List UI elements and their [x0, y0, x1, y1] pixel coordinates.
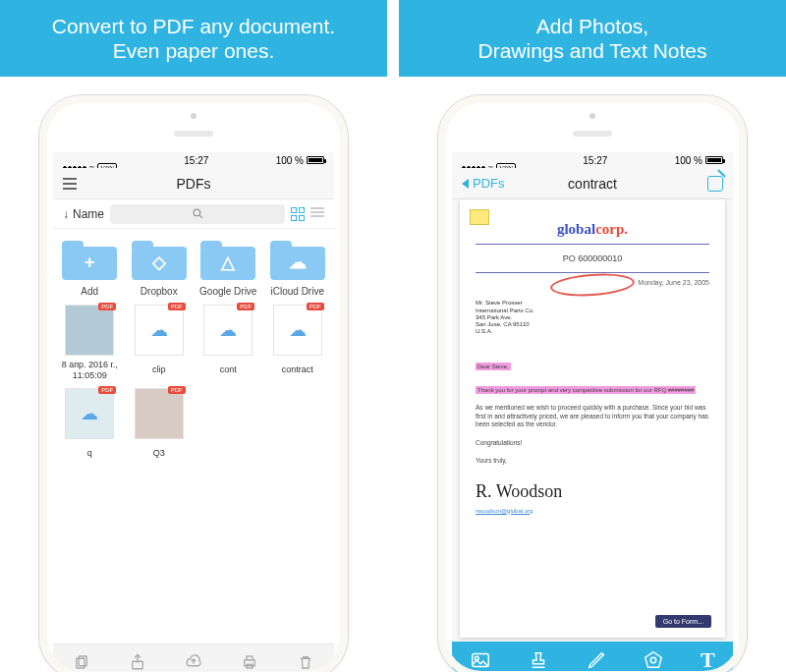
copy-button[interactable]	[69, 651, 94, 672]
sticky-note-icon[interactable]	[470, 209, 489, 225]
cloud-icon: ☁	[289, 252, 307, 274]
edit-button[interactable]	[707, 176, 723, 192]
app-screen-1: ≋ VPN 15:27 100 % PDFs ↓	[53, 152, 334, 672]
svg-rect-3	[79, 656, 86, 666]
svg-line-1	[199, 216, 202, 219]
status-time: 15:27	[583, 155, 607, 166]
compose-icon	[707, 176, 723, 192]
promo-panel-2: Add Photos, Drawings and Text Notes ≋ VP…	[399, 0, 786, 660]
dropbox-icon: ◇	[152, 252, 166, 274]
promo-headline-1: Convert to PDF any document. Even paper …	[0, 0, 387, 77]
sort-toolbar: ↓ Name	[53, 199, 334, 229]
delete-button[interactable]	[293, 651, 318, 672]
svg-rect-2	[76, 658, 84, 668]
draw-button[interactable]	[586, 649, 607, 671]
nav-bar: PDFs contract	[452, 168, 733, 199]
status-time: 15:27	[184, 155, 208, 166]
list-view-button[interactable]	[310, 207, 324, 221]
sort-button[interactable]: ↓ Name	[63, 207, 104, 221]
promo-panel-1: Convert to PDF any document. Even paper …	[0, 0, 387, 660]
file-item[interactable]: PDF☁q	[55, 384, 125, 467]
status-bar: ≋ VPN 15:27 100 %	[452, 152, 733, 168]
cloud-upload-icon	[183, 653, 204, 671]
file-item[interactable]: PDF☁contract	[263, 301, 333, 384]
promo-headline-2: Add Photos, Drawings and Text Notes	[399, 0, 786, 77]
text-icon: T	[701, 647, 715, 672]
back-button[interactable]: PDFs	[462, 176, 505, 191]
share-button[interactable]	[125, 651, 150, 672]
folder-add[interactable]: +Add	[55, 235, 125, 301]
congrats-line: Congratulations!	[476, 439, 709, 447]
svg-rect-6	[247, 656, 253, 660]
folder-dropbox[interactable]: ◇Dropbox	[125, 235, 195, 301]
address-block: Mr. Steve Prosser International Parts Co…	[476, 300, 709, 335]
annotation-toolbar: T	[452, 642, 733, 672]
down-arrow-icon: ↓	[63, 207, 69, 221]
bottom-toolbar	[53, 644, 334, 672]
file-item[interactable]: PDF☁clip	[125, 301, 195, 384]
file-item[interactable]: PDF☁cont	[194, 301, 263, 384]
share-icon	[129, 653, 146, 671]
phone-frame-2: ≋ VPN 15:27 100 % PDFs contract	[437, 94, 748, 672]
add-photo-button[interactable]	[470, 649, 491, 671]
file-item[interactable]: PDFQ3	[125, 384, 195, 467]
text-note-button[interactable]: T	[701, 647, 715, 672]
cloud-button[interactable]	[181, 651, 206, 672]
hamburger-icon	[63, 178, 77, 190]
email-link: rwoodson@global.org	[476, 508, 709, 514]
svg-point-11	[651, 658, 657, 664]
nav-title: PDFs	[53, 176, 334, 192]
shape-icon	[643, 649, 664, 671]
app-screen-2: ≋ VPN 15:27 100 % PDFs contract	[452, 152, 733, 672]
menu-button[interactable]	[63, 178, 77, 190]
file-item[interactable]: PDF8 апр. 2016 г., 11:05:09	[55, 301, 125, 384]
drawing-annotation	[549, 271, 635, 299]
po-number: PO 600000010	[476, 251, 709, 266]
print-button[interactable]	[237, 651, 262, 672]
pencil-icon	[586, 649, 607, 671]
document-logo: globalcorp.	[476, 221, 709, 238]
goto-form-button[interactable]: Go to Form...	[655, 615, 711, 628]
folder-icloud[interactable]: ☁iCloud Drive	[263, 235, 333, 301]
gdrive-icon: △	[221, 252, 235, 274]
copy-icon	[73, 653, 90, 671]
salutation-highlight: Dear Steve,	[476, 363, 511, 370]
chevron-left-icon	[462, 179, 469, 189]
stamp-button[interactable]	[528, 649, 549, 671]
folder-gdrive[interactable]: △Google Drive	[194, 235, 263, 301]
plus-icon: +	[84, 252, 95, 273]
document-view[interactable]: globalcorp. PO 600000010 Monday, June 23…	[460, 199, 725, 638]
shape-button[interactable]	[643, 649, 664, 671]
closing-line: Yours truly,	[476, 457, 709, 465]
grid-view-button[interactable]	[291, 207, 305, 221]
stamp-icon	[528, 649, 549, 671]
svg-point-0	[194, 210, 200, 217]
phone-frame-1: ≋ VPN 15:27 100 % PDFs ↓	[38, 94, 349, 672]
highlight-annotation: Thank you for your prompt and very compe…	[476, 386, 696, 394]
search-icon	[192, 207, 204, 220]
trash-icon	[297, 653, 314, 671]
status-bar: ≋ VPN 15:27 100 %	[53, 152, 334, 168]
nav-bar: PDFs	[53, 168, 334, 199]
file-grid: +Add ◇Dropbox △Google Drive ☁iCloud Driv…	[53, 229, 334, 657]
signature: R. Woodson	[476, 481, 709, 502]
printer-icon	[240, 653, 259, 671]
image-icon	[470, 649, 491, 671]
body-paragraph: As we mentioned we wish to proceed quick…	[476, 404, 709, 428]
search-field[interactable]	[110, 204, 285, 224]
